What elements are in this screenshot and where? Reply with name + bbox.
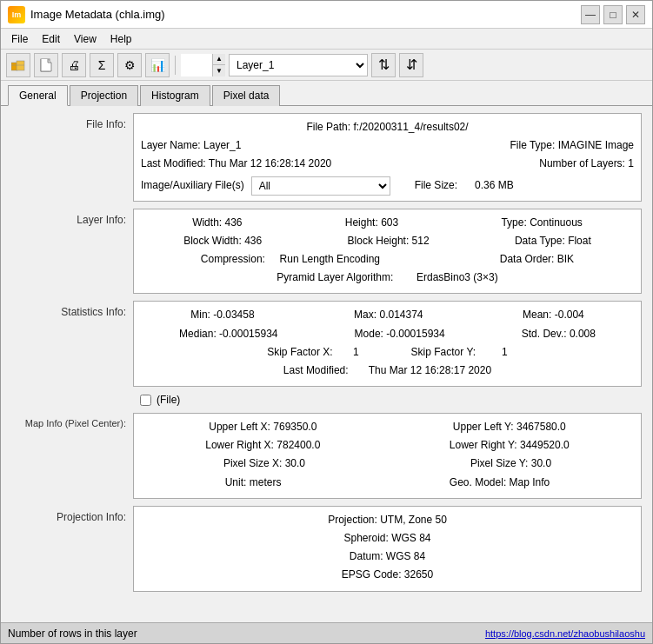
block-height-label: Block Height: (348, 235, 410, 247)
tab-pixel-data[interactable]: Pixel data (212, 85, 281, 106)
sum-button[interactable]: Σ (90, 53, 114, 77)
tab-projection[interactable]: Projection (70, 85, 138, 106)
close-button[interactable]: ✕ (626, 5, 645, 24)
aux-select[interactable]: All (251, 176, 390, 196)
layer-info-label: Layer Info: (11, 209, 133, 226)
status-bar: Number of rows in this layer https://blo… (1, 622, 652, 643)
height-label: Height: (345, 216, 378, 229)
statistics-info-row: Statistics Info: Min: -0.03458 Max: 0.01… (11, 301, 642, 387)
layer-select[interactable]: Layer_1 (229, 54, 368, 76)
title-controls: — □ ✕ (581, 5, 645, 24)
sort-buttons: ⇅ ⇵ (371, 53, 423, 77)
stats-line-4: Last Modified: Thu Mar 12 16:28:17 2020 (141, 362, 634, 379)
map-line-3: Pixel Size X: 30.0 Pixel Size Y: 30.0 (141, 455, 634, 472)
stats-line-1: Min: -0.03458 Max: 0.014374 Mean: -0.004 (141, 307, 634, 323)
lower-right-y-value: 3449520.0 (520, 439, 570, 451)
settings-button[interactable]: ⚙ (117, 53, 142, 77)
menu-help[interactable]: Help (103, 31, 139, 47)
tab-general[interactable]: General (8, 85, 68, 106)
separator-1 (175, 56, 176, 75)
projection-info-box: Projection: UTM, Zone 50 Spheroid: WGS 8… (133, 506, 642, 592)
geo-model-item: Geo. Model: Map Info (450, 475, 550, 491)
file-type-item: File Type: IMAGINE Image (510, 137, 634, 154)
minimize-button[interactable]: — (581, 5, 600, 24)
skip-y-value: 1 (502, 346, 508, 358)
pixel-size-x-item: Pixel Size X: 30.0 (223, 455, 305, 472)
spinner-up-button[interactable]: ▲ (213, 54, 225, 65)
spinner-down-button[interactable]: ▼ (213, 65, 225, 76)
map-line-2: Lower Right X: 782400.0 Lower Right Y: 3… (141, 437, 634, 454)
layer-line-3: Compression: Run Length Encoding Data Or… (141, 251, 634, 268)
pyramid-value: ErdasBino3 (3×3) (416, 271, 498, 283)
tab-histogram[interactable]: Histogram (140, 85, 210, 106)
data-type-label: Data Type: (515, 235, 565, 247)
block-height-item: Block Height: 512 (348, 233, 430, 249)
statistics-info-label: Statistics Info: (11, 301, 133, 318)
pyramid-label: Pyramid Layer Algorithm: (277, 271, 393, 283)
datum-label: Datum: (350, 550, 383, 562)
width-item: Width: 436 (192, 215, 242, 231)
file-size-item: File Size: 0.36 MB (415, 177, 514, 194)
geo-model-label: Geo. Model: (450, 476, 506, 488)
skip-y-label: Skip Factor Y: (411, 346, 476, 358)
max-item: Max: 0.014374 (354, 307, 423, 323)
new-button[interactable] (34, 53, 58, 77)
open-button[interactable] (6, 53, 30, 77)
menu-view[interactable]: View (67, 31, 103, 47)
file-path-line: File Path: f:/20200311_4/results02/ (141, 119, 634, 136)
type-value: Continuous (530, 216, 583, 229)
status-text: Number of rows in this layer (8, 627, 137, 640)
height-item: Height: 603 (345, 215, 398, 231)
pixel-size-x-label: Pixel Size X: (223, 457, 282, 469)
projection-value: UTM, Zone 50 (380, 514, 447, 526)
pixel-size-y-value: 30.0 (531, 457, 551, 469)
maximize-button[interactable]: □ (603, 5, 623, 24)
data-type-item: Data Type: Float (515, 233, 591, 249)
file-checkbox[interactable] (140, 395, 151, 406)
spheroid-label: Spheroid: (343, 532, 388, 544)
menu-file[interactable]: File (4, 31, 35, 47)
block-width-value: 436 (244, 235, 262, 247)
tabs: General Projection Histogram Pixel data (1, 81, 652, 106)
menu-edit[interactable]: Edit (35, 31, 67, 47)
title-bar: Im Image Metadata (chla.img) — □ ✕ (1, 1, 652, 29)
num-layers-label: Number of Layers: (539, 157, 625, 169)
data-order-item: Data Order: BIK (500, 251, 574, 268)
chart-button[interactable]: 📊 (145, 53, 170, 77)
skip-x-value: 1 (353, 346, 359, 358)
svg-rect-1 (17, 61, 24, 70)
status-link[interactable]: https://blog.csdn.net/zhaobushilaoshu (485, 628, 645, 639)
sort-up-button[interactable]: ⇅ (371, 53, 396, 77)
upper-left-x-label: Upper Left X: (209, 421, 270, 433)
file-type-label: File Type: (510, 139, 555, 151)
unit-label: Unit: (225, 476, 247, 488)
geo-model-value: Map Info (510, 476, 550, 488)
lower-right-y-item: Lower Right Y: 3449520.0 (450, 437, 570, 454)
lower-right-x-item: Lower Right X: 782400.0 (205, 437, 320, 454)
stats-last-modified-label: Last Modified: (283, 364, 349, 376)
file-info-row: File Info: File Path: f:/20200311_4/resu… (11, 113, 642, 202)
max-label: Max: (354, 309, 376, 321)
mean-item: Mean: -0.004 (523, 307, 584, 323)
compression-label: Compression: (201, 253, 265, 265)
projection-label: Projection: (328, 514, 377, 526)
median-item: Median: -0.00015934 (179, 326, 277, 342)
title-bar-left: Im Image Metadata (chla.img) (8, 6, 165, 23)
layer-line-4: Pyramid Layer Algorithm: ErdasBino3 (3×3… (141, 269, 634, 286)
stats-line-3: Skip Factor X: 1 Skip Factor Y: 1 (141, 344, 634, 361)
file-checkbox-label: (File) (157, 394, 180, 406)
proj-line-1: Projection: UTM, Zone 50 (141, 512, 634, 528)
main-window: Im Image Metadata (chla.img) — □ ✕ File … (0, 0, 653, 644)
layer-info-row: Layer Info: Width: 436 Height: 603 Type:… (11, 209, 642, 295)
spinner-wrapper: 1 ▲ ▼ (181, 54, 225, 76)
file-size-value: 0.36 MB (475, 179, 514, 191)
file-type-value: IMAGINE Image (558, 139, 634, 151)
map-info-label: Map Info (Pixel Center): (11, 413, 133, 428)
print-button[interactable]: 🖨 (62, 53, 86, 77)
upper-left-y-item: Upper Left Y: 3467580.0 (453, 419, 566, 435)
layer-spinner[interactable]: 1 (181, 54, 212, 76)
pixel-size-y-item: Pixel Size Y: 30.0 (470, 455, 551, 472)
sort-down-button[interactable]: ⇵ (399, 53, 423, 77)
projection-info-label: Projection Info: (11, 506, 133, 523)
upper-left-x-value: 769350.0 (273, 421, 317, 433)
